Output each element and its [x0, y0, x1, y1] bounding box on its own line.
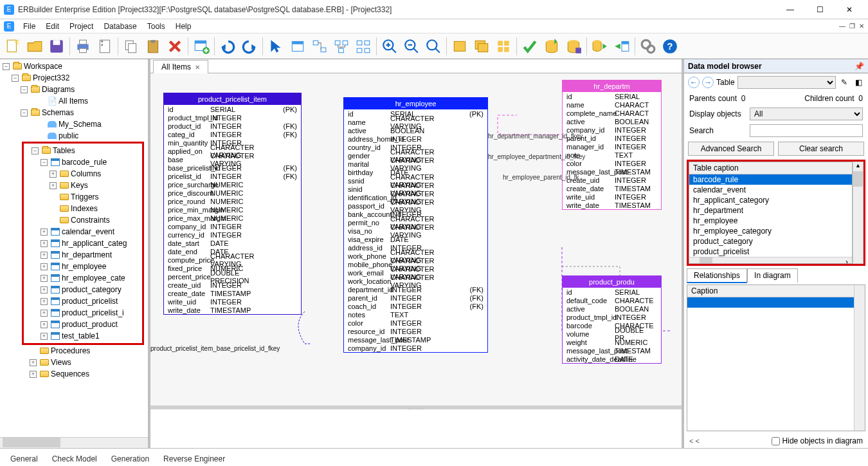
display-select[interactable]: All [750, 107, 863, 120]
entity-column[interactable]: write_uidINTEGER [563, 192, 661, 201]
tree-procedures[interactable]: Procedures [51, 346, 90, 355]
zoom-fit-button[interactable] [423, 36, 444, 57]
list-item[interactable]: product_category [689, 236, 852, 247]
table-tool-button[interactable] [287, 36, 308, 57]
entity-column[interactable]: weightNUMERIC [563, 338, 661, 346]
entity-column[interactable]: write_dateTIMESTAMP [164, 306, 301, 314]
search-input[interactable] [750, 124, 863, 137]
entity-hr-department[interactable]: hr_departmidSERIALnameCHARACTcomplete_na… [562, 80, 662, 210]
tree-schema[interactable]: public [59, 131, 78, 140]
tab-relationships[interactable]: Relationships [687, 268, 747, 283]
menu-database[interactable]: Database [98, 21, 141, 32]
entity-column[interactable]: nameCHARACT [563, 100, 661, 109]
entity-column[interactable]: price_roundNUMERIC [164, 197, 301, 205]
tree-project[interactable]: Project332 [33, 73, 69, 82]
open-button[interactable] [24, 36, 45, 57]
tree-columns[interactable]: Columns [71, 169, 101, 178]
entity-column[interactable]: activeBOOLEAN [344, 126, 487, 135]
mdi-close-icon[interactable]: ✕ [859, 23, 864, 30]
paste-button[interactable] [143, 36, 163, 57]
list-header[interactable]: Table caption [689, 162, 852, 174]
entity-column[interactable]: write_dateTIMESTAM [563, 201, 661, 209]
entity-column[interactable]: default_codeCHARACTE [563, 296, 661, 304]
entity-column[interactable]: volumeDOUBLE PR [563, 330, 661, 338]
tree-table[interactable]: product_product [62, 320, 118, 329]
pointer-button[interactable] [266, 36, 286, 57]
entity-column[interactable]: product_tmpl_idINTEGER [164, 113, 301, 122]
menu-tools[interactable]: Tools [142, 21, 170, 32]
expand-icon[interactable]: + [41, 263, 48, 270]
tree-schema[interactable]: My_Schema [59, 120, 102, 129]
entity-column[interactable]: date_startDATE [164, 239, 301, 247]
caption-list[interactable]: Caption [687, 284, 865, 431]
collapse-icon[interactable]: − [21, 86, 28, 93]
edit-icon[interactable]: ✎ [838, 77, 850, 88]
entity-header[interactable]: product_produ [563, 276, 661, 288]
entity-column[interactable]: pricelist_idINTEGER(FK) [164, 172, 301, 180]
layer-1-button[interactable] [449, 36, 470, 57]
expand-icon[interactable]: + [41, 321, 48, 328]
expand-icon[interactable]: + [41, 240, 48, 247]
expand-icon[interactable]: + [41, 286, 48, 294]
caption-vscroll[interactable] [854, 285, 865, 431]
collapse-icon[interactable]: − [32, 147, 39, 154]
expand-icon[interactable]: + [41, 252, 48, 259]
entity-column[interactable]: product_tmpl_idINTEGER [563, 313, 661, 321]
tab-all-items[interactable]: All Items✕ [153, 60, 208, 73]
list-item[interactable]: hr_employee [689, 216, 852, 226]
tab-in-diagram[interactable]: In diagram [747, 268, 798, 283]
expand-icon[interactable]: + [50, 182, 57, 189]
entity-column[interactable]: activeBOOLEAN [563, 304, 661, 313]
entity-column[interactable]: message_last_postTIMESTAMP [344, 335, 487, 344]
redo-button[interactable] [239, 36, 260, 57]
close-icon[interactable]: ✕ [195, 64, 200, 71]
clear-search-button[interactable]: Clear search [778, 142, 864, 156]
collapse-icon[interactable]: − [12, 75, 19, 82]
tree-views[interactable]: Views [51, 358, 71, 367]
entity-product-product[interactable]: product_produidSERIALdefault_codeCHARACT… [562, 275, 662, 364]
tree-diagrams[interactable]: Diagrams [42, 85, 75, 94]
tree-table[interactable]: barcode_rule [62, 158, 107, 167]
save-button[interactable] [46, 36, 67, 57]
tree-table[interactable]: product_category [62, 285, 122, 294]
list-vscroll[interactable]: ▲ [853, 162, 863, 264]
tree-schemas[interactable]: Schemas [42, 108, 74, 117]
relation-2-button[interactable] [331, 36, 352, 57]
list-item[interactable]: barcode_rule [689, 174, 852, 185]
entity-column[interactable]: idSERIAL(PK) [164, 105, 301, 113]
tree-indexes[interactable]: Indexes [71, 204, 98, 213]
tree-triggers[interactable]: Triggers [71, 192, 99, 201]
check-button[interactable] [520, 36, 540, 57]
tree-table[interactable]: calendar_event [62, 227, 114, 236]
entity-column[interactable]: message_last_postTIMESTAM [563, 346, 661, 355]
expand-icon[interactable]: + [41, 298, 48, 305]
entity-column[interactable]: price_surchargeNUMERIC [164, 180, 301, 189]
tree-sequences[interactable]: Sequences [51, 369, 89, 378]
collapse-indicator[interactable]: < < [689, 437, 700, 445]
save-db-button[interactable] [563, 36, 584, 57]
entity-column[interactable]: base_pricelist_idINTEGER(FK) [164, 163, 301, 172]
entity-column[interactable]: baseCHARACTER VARYING [164, 155, 301, 163]
entity-column[interactable]: visa_expireDATE [344, 235, 487, 243]
undo-button[interactable] [217, 36, 238, 57]
zoom-in-button[interactable] [379, 36, 400, 57]
nav-back-button[interactable]: ← [688, 77, 700, 88]
entity-column[interactable]: price_min_marginNUMERIC [164, 205, 301, 214]
entity-column[interactable]: categ_idINTEGER(FK) [164, 130, 301, 138]
entity-header[interactable]: hr_departm [563, 80, 661, 92]
entity-column[interactable]: currency_idINTEGER [164, 230, 301, 239]
tab-checkmodel[interactable]: Check Model [47, 452, 106, 466]
tree-table[interactable]: product_pricelist [62, 297, 118, 306]
entity-hr-employee[interactable]: hr_employeeidSERIAL(PK)nameCHARACTER VAR… [343, 97, 488, 353]
entity-column[interactable]: colorINTEGER [344, 319, 487, 327]
settings-button[interactable] [638, 36, 658, 57]
gen-db-button[interactable] [541, 36, 562, 57]
menu-edit[interactable]: Edit [41, 21, 64, 32]
nav-forward-button[interactable]: → [702, 77, 714, 88]
list-hscroll[interactable]: › [689, 257, 852, 264]
delete-button[interactable] [165, 36, 185, 57]
expand-icon[interactable]: + [41, 275, 48, 282]
help-button[interactable]: ? [660, 36, 680, 57]
entity-column[interactable]: percent_priceDOUBLE PRECISION [164, 272, 301, 281]
tree-table[interactable]: test_table1 [62, 331, 100, 340]
